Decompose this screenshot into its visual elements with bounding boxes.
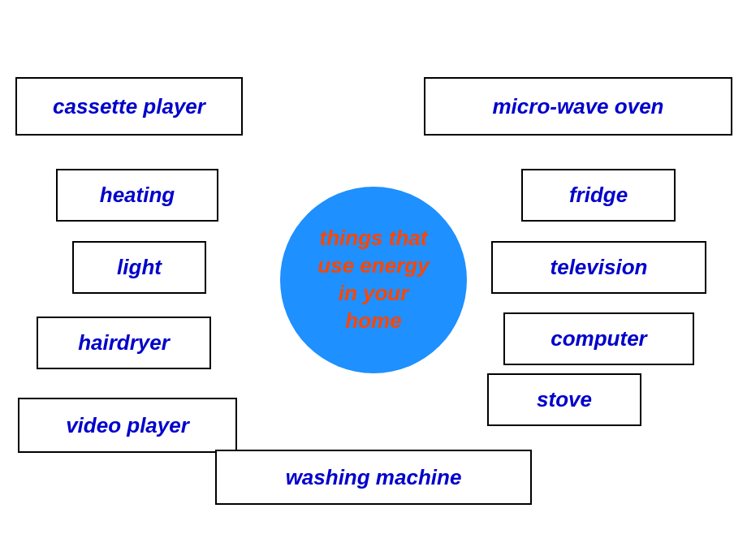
video-player-label: video player: [66, 413, 189, 438]
television-label: television: [551, 255, 648, 280]
cassette-player-label: cassette player: [53, 94, 205, 119]
computer-label: computer: [551, 326, 646, 351]
fridge-box: fridge: [521, 169, 676, 222]
stove-label: stove: [537, 387, 592, 412]
washing-machine-label: washing machine: [286, 465, 462, 490]
light-label: light: [117, 255, 162, 280]
stove-box: stove: [487, 373, 641, 426]
fridge-label: fridge: [569, 183, 628, 208]
diagram-container: things that use energy in your home cass…: [0, 0, 747, 560]
hairdryer-label: hairdryer: [78, 330, 170, 355]
center-circle: things that use energy in your home: [280, 187, 467, 373]
heating-box: heating: [56, 169, 218, 222]
light-box: light: [72, 241, 206, 294]
microwave-oven-label: micro-wave oven: [493, 94, 664, 119]
microwave-oven-box: micro-wave oven: [424, 77, 732, 136]
hairdryer-box: hairdryer: [37, 317, 211, 369]
computer-box: computer: [503, 312, 694, 365]
television-box: television: [491, 241, 706, 294]
video-player-box: video player: [18, 398, 237, 453]
heating-label: heating: [100, 183, 175, 208]
cassette-player-box: cassette player: [15, 77, 243, 136]
washing-machine-box: washing machine: [215, 450, 532, 505]
center-circle-text: things that use energy in your home: [317, 225, 429, 334]
